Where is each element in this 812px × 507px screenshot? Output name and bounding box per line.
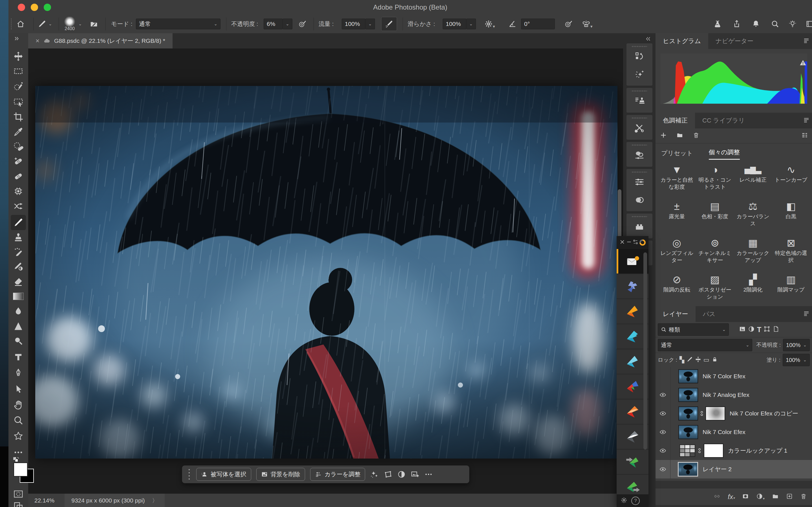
add-adjustment-icon[interactable] [660, 132, 667, 140]
layer-thumbnail[interactable] [678, 406, 698, 420]
properties-panel-icon[interactable] [635, 173, 645, 191]
remove-background-button[interactable]: 背景を削除 [256, 468, 305, 481]
generative-sparkles-button[interactable] [370, 470, 378, 478]
adj-posterize-button[interactable]: ▨ポスタリゼーション [696, 273, 733, 300]
blend-mode-select[interactable]: 通常⌄ [136, 18, 220, 29]
minimize-icon[interactable] [626, 239, 632, 246]
sharpen-tool[interactable] [12, 320, 24, 332]
flow-input[interactable]: 100% [342, 18, 365, 29]
adj-color-lookup-button[interactable]: ▦カラールックアップ [734, 236, 772, 264]
mask-link-icon[interactable] [699, 410, 705, 416]
opacity-dropdown-button[interactable]: ⌄ [283, 18, 292, 29]
transform-button[interactable] [384, 470, 392, 478]
delete-adjustment-icon[interactable] [693, 132, 700, 140]
history-panel-icon[interactable] [635, 47, 645, 65]
adj-curves-button[interactable]: ∿トーンカーブ [772, 163, 810, 184]
history-brush-tool[interactable] [12, 246, 24, 258]
adjustment-button[interactable] [397, 470, 406, 478]
remove-tool[interactable] [12, 140, 24, 153]
swap-arrows-tool[interactable] [12, 200, 24, 212]
tool-presets-panel-icon[interactable] [635, 119, 645, 137]
home-button[interactable] [16, 15, 25, 33]
search-button[interactable] [771, 15, 779, 33]
layer-row-layer-2-selected[interactable]: レイヤー 2 [656, 460, 812, 479]
tab-paths[interactable]: パス [696, 306, 723, 322]
filter-shape-layers-icon[interactable] [763, 326, 770, 334]
nik-help-icon[interactable]: ? [631, 497, 640, 505]
more-options-button[interactable] [424, 470, 433, 478]
select-subject-button[interactable]: 被写体を選択 [196, 468, 251, 481]
path-selection-tool[interactable] [12, 383, 24, 395]
layer-row-nik7-color-efex-top[interactable]: Nik 7 Color Efex [656, 367, 812, 386]
move-tool[interactable] [12, 50, 24, 62]
tab-adjustments[interactable]: 色調補正 [656, 113, 695, 128]
gradient-tool[interactable] [12, 290, 24, 302]
filter-adjustment-layers-icon[interactable] [748, 326, 755, 334]
document-tab[interactable]: × G88.psdc @ 22.1% (レイヤー 2, RGB/8) * [28, 33, 172, 48]
brush-angle-input[interactable]: 0° [521, 18, 555, 29]
adj-gradient-map-button[interactable]: ▥階調マップ [772, 273, 810, 293]
settings-icon[interactable] [633, 239, 638, 246]
adj-photo-filter-button[interactable]: ◎レンズフィルター [658, 236, 696, 264]
healing-brush-tool[interactable] [12, 170, 24, 182]
new-group-icon[interactable] [772, 493, 779, 501]
minimize-window-button[interactable] [31, 4, 38, 11]
selection-brush-tool[interactable] [12, 80, 24, 93]
layer-thumbnail[interactable] [678, 425, 698, 439]
adj-threshold-button[interactable]: ▞2階調化 [734, 273, 772, 293]
visibility-toggle[interactable] [656, 423, 670, 441]
zoom-tool[interactable] [12, 414, 24, 427]
clone-source-panel-icon[interactable] [635, 92, 645, 110]
subtab-presets[interactable]: プリセット [661, 149, 693, 160]
lock-artboard-icon[interactable]: ▭ [703, 356, 709, 363]
layer-thumbnail[interactable] [678, 388, 698, 402]
layer-thumbnail[interactable] [678, 462, 698, 476]
layer-row-nik7-analog-efex[interactable]: Nik 7 Analog Efex [656, 386, 812, 404]
pressure-opacity-button[interactable] [298, 15, 307, 33]
nik-settings-gear-icon[interactable] [620, 497, 627, 505]
visibility-toggle[interactable] [656, 441, 670, 460]
pressure-size-button[interactable] [564, 15, 573, 33]
new-group-folder-icon[interactable] [676, 132, 683, 140]
filter-image-layers-icon[interactable] [739, 326, 746, 334]
tab-histogram[interactable]: ヒストグラム [656, 33, 708, 49]
canvas-area[interactable] [28, 48, 623, 494]
layer-blend-mode-select[interactable]: 通常⌄ [658, 339, 752, 351]
adj-levels-button[interactable]: ▅▇▃レベル補正 [734, 163, 772, 184]
visibility-toggle-empty[interactable] [656, 367, 670, 386]
new-adjustment-layer-icon[interactable]: ▾ [756, 493, 765, 501]
close-tab-icon[interactable]: × [36, 37, 40, 45]
nik-panel-scrollbar[interactable] [644, 252, 647, 450]
object-selection-tool[interactable] [12, 96, 24, 108]
toolbar-expand-icon[interactable] [13, 36, 20, 43]
smoothing-input[interactable]: 100% [443, 18, 466, 29]
zoom-window-button[interactable] [44, 4, 51, 11]
visibility-toggle[interactable] [656, 404, 670, 423]
adjust-color-button[interactable]: カラーを調整 [310, 468, 365, 481]
lock-all-icon[interactable] [712, 356, 718, 363]
layer-name[interactable]: カラールックアップ 1 [728, 447, 787, 455]
zoom-percentage[interactable]: 22.14% [35, 497, 54, 504]
airbrush-toggle-button[interactable] [381, 17, 397, 31]
panel-menu-icon[interactable] [803, 37, 810, 45]
filter-smart-object-icon[interactable] [772, 326, 779, 334]
subtab-single-adjustments[interactable]: 個々の調整 [709, 148, 740, 160]
layer-fill-input[interactable]: 100%⌄ [783, 354, 810, 366]
lock-pixels-icon[interactable] [687, 356, 693, 363]
lock-position-icon[interactable] [695, 356, 701, 363]
eraser-tool[interactable] [12, 276, 24, 288]
color-mixer-panel-icon[interactable] [635, 146, 645, 164]
opacity-input[interactable]: 6% [264, 18, 283, 29]
adj-channel-mixer-button[interactable]: ⊚チャンネルミキサー [696, 236, 733, 264]
brush-tool-preset[interactable]: ⌄ [38, 15, 52, 33]
delete-layer-icon[interactable] [800, 493, 807, 501]
gradients-panel-icon[interactable] [635, 191, 645, 209]
panel-menu-icon[interactable] [803, 117, 810, 124]
adj-color-vibrance-button[interactable]: ▼カラーと自然な彩度 [658, 163, 696, 190]
smoothing-dropdown-button[interactable]: ⌄ [466, 18, 476, 29]
panel-menu-icon[interactable] [803, 310, 810, 318]
layer-row-nik7-color-efex[interactable]: Nik 7 Color Efex [656, 423, 812, 442]
document-canvas-image[interactable] [35, 86, 617, 459]
workspace-switcher-button[interactable] [806, 15, 812, 33]
layer-opacity-input[interactable]: 100%⌄ [783, 339, 810, 351]
